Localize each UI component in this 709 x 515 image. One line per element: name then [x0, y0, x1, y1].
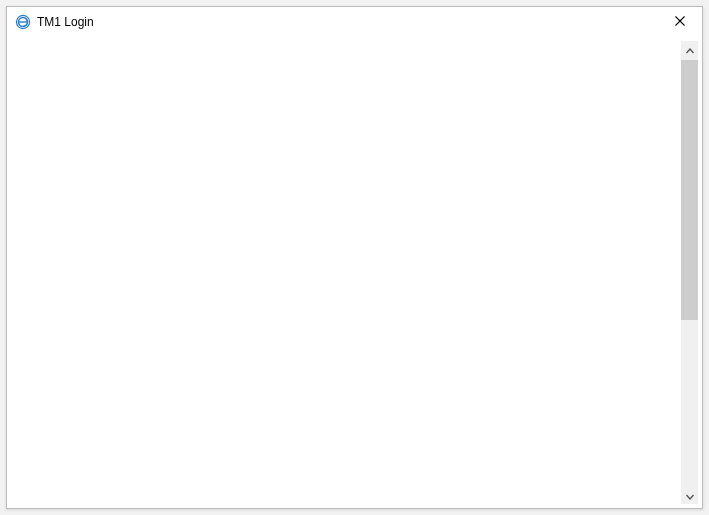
- scroll-track[interactable]: [681, 58, 698, 487]
- app-icon: [15, 14, 31, 30]
- content-area: [7, 37, 702, 508]
- close-button[interactable]: [657, 7, 702, 37]
- window-title: TM1 Login: [37, 7, 657, 37]
- chevron-up-icon: [686, 43, 694, 57]
- close-icon: [675, 15, 685, 29]
- scroll-down-button[interactable]: [681, 487, 698, 504]
- scroll-up-button[interactable]: [681, 41, 698, 58]
- titlebar: TM1 Login: [7, 7, 702, 37]
- dialog-window: TM1 Login: [6, 6, 703, 509]
- content-pane: [7, 37, 681, 508]
- chevron-down-icon: [686, 489, 694, 503]
- scroll-thumb[interactable]: [681, 60, 698, 320]
- vertical-scrollbar[interactable]: [681, 41, 698, 504]
